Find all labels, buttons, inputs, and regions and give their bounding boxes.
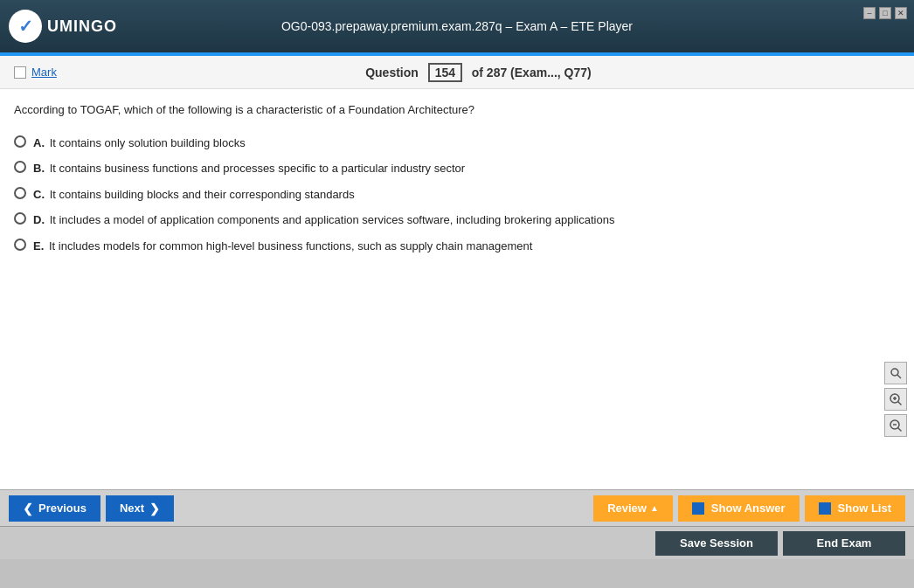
show-answer-icon [692,502,704,515]
option-label-c: C. It contains building blocks and their… [33,186,355,204]
option-label-e: E. It includes models for common high-le… [33,238,532,255]
option-row-b[interactable]: B. It contains business functions and pr… [14,160,900,177]
previous-label: Previous [38,502,87,515]
zoom-out-icon [889,419,903,432]
prev-arrow-icon: ❮ [23,502,33,515]
option-row-d[interactable]: D. It includes a model of application co… [14,211,900,229]
main-content: According to TOGAF, which of the followi… [0,89,914,489]
review-button[interactable]: Review ▲ [593,495,673,522]
close-button[interactable]: ✕ [895,7,907,19]
option-radio-d[interactable] [14,212,26,225]
title-bar: ✓ UMINGO OG0-093.prepaway.premium.exam.2… [0,0,914,52]
review-dropdown-icon: ▲ [650,503,659,513]
minimize-button[interactable]: – [863,7,876,19]
show-answer-label: Show Answer [711,502,786,515]
action-bar: Save Session End Exam [0,526,914,559]
logo-circle: ✓ [9,10,42,43]
option-label-d: D. It includes a model of application co… [33,211,614,229]
option-letter-e: E. [33,239,44,252]
option-text-e: It includes models for common high-level… [49,239,533,252]
option-text-a: It contains only solution building block… [50,136,246,149]
question-text: According to TOGAF, which of the followi… [14,101,900,119]
question-info: Question 154 of 287 (Exam..., Q77) [365,63,592,82]
question-header: Mark Question 154 of 287 (Exam..., Q77) [0,56,914,89]
app-title: OG0-093.prepaway.premium.exam.287q – Exa… [281,19,633,33]
show-list-icon [819,502,831,515]
previous-button[interactable]: ❮ Previous [9,495,100,522]
next-button[interactable]: Next ❯ [106,495,174,522]
bottom-nav-bar: ❮ Previous Next ❯ Review ▲ Show Answer S… [0,489,914,526]
logo-text: UMINGO [47,17,117,36]
option-row-c[interactable]: C. It contains building blocks and their… [14,186,900,204]
mark-checkbox[interactable] [14,66,26,79]
svg-line-7 [898,428,902,432]
option-radio-a[interactable] [14,135,26,148]
show-answer-button[interactable]: Show Answer [678,495,800,522]
option-letter-d: D. [33,213,45,226]
mark-label[interactable]: Mark [31,66,57,79]
window-controls: – □ ✕ [863,7,907,19]
zoom-in-icon [889,392,903,406]
review-label: Review [607,502,647,515]
option-row-a[interactable]: A. It contains only solution building bl… [14,135,900,152]
search-tool-button[interactable] [884,362,907,384]
question-label: Question [365,66,419,80]
option-text-d: It includes a model of application compo… [50,213,615,226]
option-radio-b[interactable] [14,161,26,173]
show-list-label: Show List [838,502,891,515]
logo-area: ✓ UMINGO [9,10,117,43]
svg-point-0 [891,369,898,376]
svg-line-1 [897,375,901,378]
question-of-text: of 287 (Exam..., Q77) [472,66,592,80]
next-label: Next [120,502,144,515]
save-session-button[interactable]: Save Session [655,531,778,556]
option-letter-c: C. [33,188,45,201]
search-icon [890,367,902,379]
option-text-b: It contains business functions and proce… [50,162,465,175]
logo-check-icon: ✓ [18,16,33,37]
show-list-button[interactable]: Show List [805,495,905,522]
option-label-a: A. It contains only solution building bl… [33,135,246,152]
mark-area: Mark [14,66,57,79]
zoom-in-button[interactable] [884,388,907,411]
option-row-e[interactable]: E. It includes models for common high-le… [14,238,900,255]
right-tools [884,362,907,437]
svg-line-3 [898,402,902,405]
question-number-box: 154 [428,63,462,82]
option-letter-a: A. [33,136,45,149]
option-radio-c[interactable] [14,187,26,199]
restore-button[interactable]: □ [879,7,891,19]
option-radio-e[interactable] [14,239,26,251]
zoom-out-button[interactable] [884,414,907,437]
option-label-b: B. It contains business functions and pr… [33,160,465,177]
option-text-c: It contains building blocks and their co… [50,188,355,201]
option-letter-b: B. [33,162,45,175]
end-exam-button[interactable]: End Exam [783,531,905,556]
next-arrow-icon: ❯ [149,502,160,515]
